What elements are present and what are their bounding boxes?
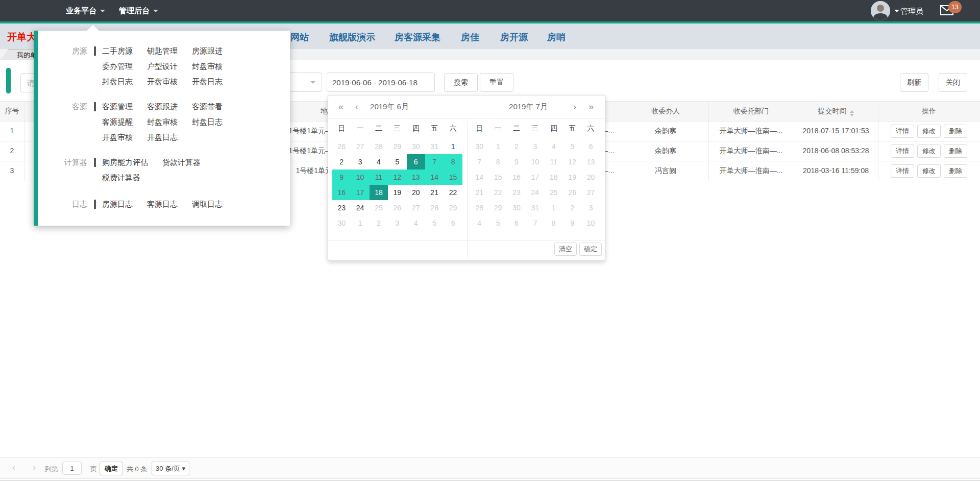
menu-item[interactable]: 客源跟进 (147, 99, 178, 114)
delete-button[interactable]: 删除 (944, 144, 967, 158)
calendar-day-cell[interactable]: 9 (507, 154, 526, 170)
subnav-tab-1[interactable]: 旗舰版演示 (329, 31, 375, 43)
calendar-day-cell[interactable]: 8 (444, 154, 462, 170)
calendar-day-cell[interactable]: 29 (488, 200, 507, 215)
col-header-time[interactable]: 提交时间 (794, 101, 878, 121)
calendar-day-cell[interactable]: 26 (332, 139, 351, 154)
close-button[interactable]: 关闭 (939, 73, 967, 92)
menu-item[interactable]: 封盘审核 (192, 59, 223, 74)
menu-item[interactable]: 调取日志 (192, 197, 223, 212)
menu-item[interactable]: 客源带看 (192, 99, 223, 114)
nav-menu-admin[interactable]: 管理后台 (119, 0, 158, 21)
calendar-day-cell[interactable]: 1 (545, 200, 563, 215)
calendar-day-cell[interactable]: 7 (526, 215, 544, 231)
calendar-day-cell[interactable]: 22 (444, 185, 462, 200)
menu-item[interactable]: 委办管理 (102, 59, 133, 74)
user-caret-down-icon[interactable] (894, 10, 899, 12)
calendar-day-cell[interactable]: 25 (370, 200, 388, 215)
calendar-day-cell[interactable]: 3 (581, 200, 600, 215)
menu-item[interactable]: 开盘日志 (147, 130, 178, 145)
calendar-day-cell[interactable]: 2 (370, 215, 388, 231)
calendar-day-cell[interactable]: 19 (388, 185, 406, 200)
calendar-day-cell[interactable]: 16 (507, 170, 526, 185)
calendar-day-cell[interactable]: 18 (370, 185, 388, 200)
calendar-day-cell[interactable]: 6 (581, 139, 600, 154)
calendar-day-cell[interactable]: 10 (581, 215, 600, 231)
detail-button[interactable]: 详情 (891, 144, 914, 158)
menu-item[interactable]: 客源提醒 (102, 114, 133, 130)
menu-item[interactable]: 开盘日志 (192, 74, 223, 89)
calendar-day-cell[interactable]: 2 (563, 200, 581, 215)
page-confirm-button[interactable]: 确定 (100, 462, 123, 475)
page-number-input[interactable] (62, 462, 82, 475)
calendar-day-cell[interactable]: 6 (444, 215, 462, 231)
calendar-day-cell[interactable]: 26 (563, 185, 581, 200)
calendar-day-cell[interactable]: 30 (332, 215, 351, 231)
calendar-day-cell[interactable]: 7 (470, 154, 488, 170)
sort-icon[interactable] (850, 110, 854, 116)
calendar-day-cell[interactable]: 2 (332, 154, 351, 170)
calendar-day-cell[interactable]: 13 (407, 170, 425, 185)
menu-item[interactable]: 封盘日志 (192, 114, 223, 130)
calendar-day-cell[interactable]: 28 (370, 139, 388, 154)
menu-item[interactable]: 开盘审核 (102, 130, 133, 145)
calendar-day-cell[interactable]: 17 (351, 185, 369, 200)
detail-button[interactable]: 详情 (891, 164, 914, 178)
calendar-day-cell[interactable]: 12 (388, 170, 406, 185)
menu-item[interactable]: 客源管理 (102, 99, 133, 114)
calendar-day-cell[interactable]: 5 (425, 215, 444, 231)
calendar-day-cell[interactable]: 7 (425, 154, 444, 170)
calendar-day-cell[interactable]: 14 (470, 170, 488, 185)
calendar-day-cell[interactable]: 6 (507, 215, 526, 231)
calendar-day-cell[interactable]: 20 (581, 170, 600, 185)
calendar-day-cell[interactable]: 24 (526, 185, 544, 200)
col-header-no[interactable]: 序号 (0, 101, 24, 121)
calendar-day-cell[interactable]: 11 (545, 154, 563, 170)
calendar-day-cell[interactable]: 30 (470, 139, 488, 154)
calendar-day-cell[interactable]: 28 (470, 200, 488, 215)
calendar-day-cell[interactable]: 5 (388, 154, 406, 170)
calendar-day-cell[interactable]: 14 (425, 170, 444, 185)
calendar-day-cell[interactable]: 3 (351, 154, 369, 170)
calendar-day-cell[interactable]: 24 (351, 200, 369, 215)
calendar-day-cell[interactable]: 21 (470, 185, 488, 200)
subnav-tab-3[interactable]: 房佳 (461, 31, 479, 43)
calendar-day-cell[interactable]: 27 (407, 200, 425, 215)
calendar-day-cell[interactable]: 19 (563, 170, 581, 185)
calendar-ok-button[interactable]: 确定 (579, 243, 602, 256)
calendar-day-cell[interactable]: 30 (407, 139, 425, 154)
avatar[interactable] (871, 1, 890, 20)
edit-button[interactable]: 修改 (917, 125, 941, 138)
calendar-clear-button[interactable]: 清空 (554, 243, 577, 256)
calendar-day-cell[interactable]: 4 (470, 215, 488, 231)
nav-menu-business[interactable]: 业务平台 (66, 0, 105, 21)
menu-item[interactable]: 购房能力评估 (102, 155, 148, 170)
calendar-day-cell[interactable]: 16 (332, 185, 351, 200)
calendar-day-cell[interactable]: 20 (407, 185, 425, 200)
calendar-day-cell[interactable]: 1 (351, 215, 369, 231)
right-month-title[interactable]: 2019年 7月 (493, 102, 564, 112)
calendar-day-cell[interactable]: 31 (526, 200, 544, 215)
calendar-day-cell[interactable]: 23 (332, 200, 351, 215)
calendar-day-cell[interactable]: 30 (507, 200, 526, 215)
next-year-icon[interactable]: » (589, 101, 594, 112)
calendar-day-cell[interactable]: 28 (425, 200, 444, 215)
calendar-day-cell[interactable]: 9 (332, 170, 351, 185)
calendar-day-cell[interactable]: 4 (545, 139, 563, 154)
calendar-day-cell[interactable]: 5 (563, 139, 581, 154)
calendar-day-cell[interactable]: 10 (351, 170, 369, 185)
menu-item[interactable]: 户型设计 (147, 59, 178, 74)
subnav-tab-2[interactable]: 房客源采集 (395, 31, 440, 43)
calendar-day-cell[interactable]: 3 (388, 215, 406, 231)
reset-button[interactable]: 重置 (480, 73, 513, 92)
calendar-day-cell[interactable]: 25 (545, 185, 563, 200)
subnav-tab-5[interactable]: 房哨 (547, 31, 566, 43)
calendar-day-cell[interactable]: 18 (545, 170, 563, 185)
calendar-day-cell[interactable]: 13 (581, 154, 600, 170)
calendar-day-cell[interactable]: 1 (444, 139, 462, 154)
calendar-day-cell[interactable]: 26 (388, 200, 406, 215)
calendar-day-cell[interactable]: 27 (581, 185, 600, 200)
calendar-day-cell[interactable]: 10 (526, 154, 544, 170)
prev-year-icon[interactable]: « (338, 101, 344, 112)
calendar-day-cell[interactable]: 8 (545, 215, 563, 231)
